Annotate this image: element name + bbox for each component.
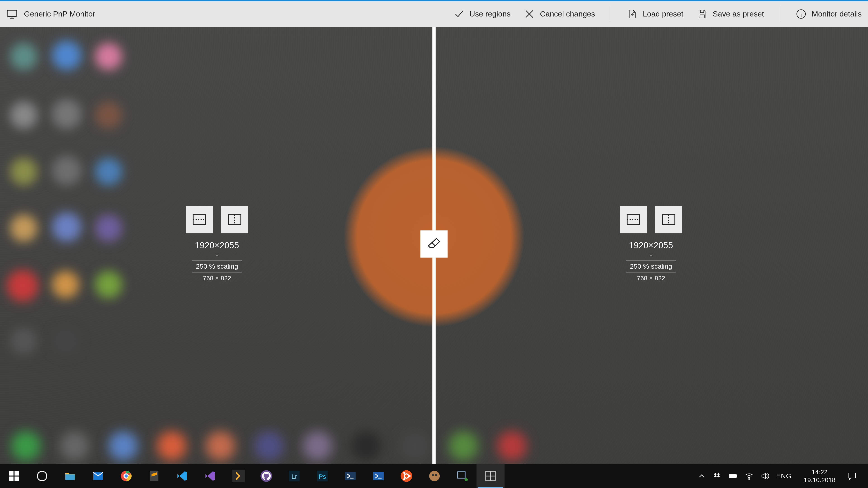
toolbar-right: Use regions Cancel changes Load preset <box>454 6 862 22</box>
svg-point-22 <box>408 475 410 477</box>
desktop-blur-icon <box>351 431 381 461</box>
desktop-blur-icon <box>206 431 235 461</box>
clock[interactable]: 14:22 19.10.2018 <box>798 468 841 484</box>
desktop-blur-icon <box>449 431 478 461</box>
language-indicator[interactable]: ENG <box>776 472 792 480</box>
split-horizontal-button[interactable] <box>620 206 647 233</box>
desktop-blur-icon <box>303 431 332 461</box>
system-tray: ENG 14:22 19.10.2018 <box>690 464 868 488</box>
region-scaled-resolution: 768 × 822 <box>186 275 248 282</box>
toolbar-separator <box>780 6 780 22</box>
split-buttons <box>186 206 248 233</box>
wifi-icon[interactable] <box>745 471 754 481</box>
region-scaling[interactable]: 250 % scaling <box>192 261 242 272</box>
info-icon <box>796 9 806 19</box>
lightroom-button[interactable]: Lr <box>280 464 308 488</box>
svg-rect-0 <box>7 10 17 16</box>
svg-rect-11 <box>150 471 158 481</box>
github-button[interactable] <box>252 464 280 488</box>
save-preset-button[interactable]: Save as preset <box>697 9 764 19</box>
svg-point-26 <box>432 474 434 476</box>
current-app-button[interactable] <box>476 464 504 488</box>
mail-button[interactable] <box>84 464 112 488</box>
svg-rect-32 <box>730 475 736 477</box>
svg-point-10 <box>125 475 128 478</box>
svg-point-29 <box>465 478 468 481</box>
visual-studio-button[interactable] <box>196 464 224 488</box>
monitor-details-button[interactable]: Monitor details <box>796 9 862 19</box>
svg-rect-34 <box>849 473 856 478</box>
toolbar-left: Generic PnP Monitor <box>6 8 95 20</box>
chrome-button[interactable] <box>112 464 140 488</box>
split-vertical-button[interactable] <box>221 206 248 233</box>
desktop-blur-icon <box>60 431 89 461</box>
clock-date: 19.10.2018 <box>804 476 835 484</box>
desktop-blur-icon <box>10 328 37 355</box>
region-scaled-resolution: 768 × 822 <box>620 275 682 282</box>
svg-text:Lr: Lr <box>291 473 297 480</box>
region-resolution: 1920×2055 <box>620 240 682 250</box>
powershell-core-button[interactable] <box>336 464 364 488</box>
svg-point-25 <box>429 471 440 482</box>
cortana-button[interactable] <box>28 464 56 488</box>
windows-taskbar: Lr Ps ENG 14:22 <box>0 464 868 488</box>
svg-point-27 <box>435 474 437 476</box>
action-center-icon[interactable] <box>848 471 857 481</box>
use-regions-label: Use regions <box>469 9 510 18</box>
desktop-blur-icon <box>95 271 122 298</box>
desktop-blur-icon <box>95 102 122 129</box>
region-info-right: 1920×2055 ↑ 250 % scaling 768 × 822 <box>620 206 682 282</box>
monitor-details-label: Monitor details <box>812 9 862 18</box>
app-button[interactable] <box>421 464 448 488</box>
region-resolution: 1920×2055 <box>186 240 248 250</box>
arrow-up-icon: ↑ <box>186 252 248 260</box>
volume-icon[interactable] <box>761 471 770 481</box>
desktop-blur-icon <box>10 43 37 70</box>
desktop-blur-icon <box>254 431 284 461</box>
load-preset-button[interactable]: Load preset <box>627 9 684 19</box>
region-info-left: 1920×2055 ↑ 250 % scaling 768 × 822 <box>186 206 248 282</box>
region-editor-toolbar: Generic PnP Monitor Use regions Cancel c… <box>0 1 868 27</box>
dropbox-icon[interactable] <box>713 471 722 481</box>
use-regions-button[interactable]: Use regions <box>454 9 510 19</box>
ubuntu-button[interactable] <box>393 464 421 488</box>
desktop-blur-icon <box>52 328 79 355</box>
snipping-button[interactable] <box>448 464 476 488</box>
start-button[interactable] <box>0 464 28 488</box>
load-icon <box>627 9 638 19</box>
svg-point-6 <box>37 471 47 481</box>
close-icon <box>524 9 535 19</box>
desktop-blur-icon <box>7 270 38 302</box>
split-buttons <box>620 206 682 233</box>
file-explorer-button[interactable] <box>56 464 84 488</box>
powershell-button[interactable] <box>364 464 393 488</box>
tray-overflow-button[interactable] <box>697 471 706 481</box>
desktop-blur-icon <box>52 41 81 70</box>
arrow-up-icon: ↑ <box>620 252 682 260</box>
photoshop-button[interactable]: Ps <box>308 464 336 488</box>
desktop-blur-icon <box>10 215 37 242</box>
cancel-changes-label: Cancel changes <box>540 9 595 18</box>
clock-time: 14:22 <box>804 468 835 476</box>
region-scaling[interactable]: 250 % scaling <box>626 261 676 272</box>
desktop-blur-icon <box>10 158 37 185</box>
split-vertical-button[interactable] <box>655 206 682 233</box>
svg-point-23 <box>403 472 405 474</box>
desktop-blur-icon <box>52 156 81 185</box>
split-horizontal-button[interactable] <box>186 206 213 233</box>
svg-text:Ps: Ps <box>319 473 326 480</box>
plex-button[interactable] <box>224 464 252 488</box>
desktop-blur-icon <box>11 431 41 461</box>
svg-point-33 <box>749 479 749 480</box>
monitor-icon <box>6 8 18 20</box>
svg-point-24 <box>403 478 405 480</box>
desktop-blur-icon <box>52 99 81 129</box>
cancel-changes-button[interactable]: Cancel changes <box>524 9 595 19</box>
desktop-blur-icon <box>95 43 122 70</box>
erase-divider-button[interactable] <box>421 230 447 258</box>
battery-icon[interactable] <box>729 471 738 481</box>
vscode-button[interactable] <box>168 464 196 488</box>
svg-rect-12 <box>232 470 245 482</box>
desktop-blur-icon <box>95 215 122 242</box>
sublime-button[interactable] <box>140 464 168 488</box>
